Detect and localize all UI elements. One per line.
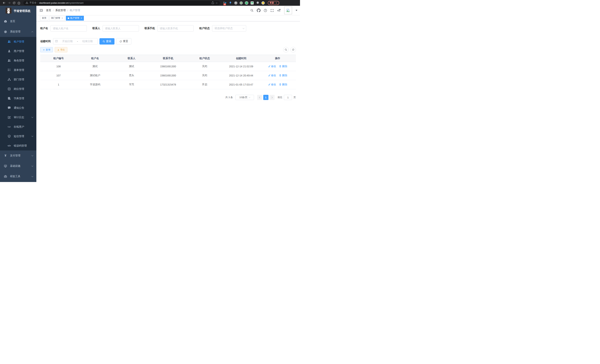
sidebar-item-pay[interactable]: ¥ 支付管理 (0, 150, 36, 161)
status-select[interactable]: 请选择租户状态 (212, 25, 246, 32)
breadcrumb-current: 租户管理 (70, 9, 80, 12)
goto-page-input[interactable] (284, 95, 292, 100)
extension-kite-icon[interactable] (229, 1, 232, 5)
dict-icon (8, 97, 11, 100)
post-icon (8, 87, 11, 91)
toggle-search-button[interactable] (283, 47, 289, 53)
edit-link[interactable]: 修改 (268, 65, 276, 68)
role-icon (8, 59, 11, 62)
edit-link[interactable]: 修改 (268, 83, 276, 86)
sidebar-fold-icon[interactable] (36, 9, 46, 12)
home-icon[interactable] (18, 1, 20, 4)
sidebar-item-dict[interactable]: 字典管理 (0, 94, 36, 103)
refresh-icon (292, 48, 294, 51)
delete-link[interactable]: 删除 (279, 83, 287, 86)
phone-input[interactable] (157, 25, 194, 32)
tenant-page: 租户名 联系人 联系手机 租户状态 请选择租户状态 创建时间 (36, 21, 300, 182)
yen-icon: ¥ (4, 154, 7, 157)
app-title: 芋道管理系统 (14, 9, 30, 13)
tag-home[interactable]: 首页 (40, 16, 48, 21)
filter-row-2: 创建时间 开始日期 - 结束日期 搜索 重置 (40, 38, 296, 45)
sidebar-item-dept[interactable]: 部门管理 (0, 75, 36, 84)
sidebar-item-menu[interactable]: 菜单管理 (0, 65, 36, 75)
sidebar-item-system[interactable]: 系统管理 (0, 27, 36, 37)
reset-button[interactable]: 重置 (116, 38, 131, 45)
extension-yudao-icon[interactable]: Y (245, 1, 248, 5)
sidebar-item-notice[interactable]: 通知公告 (0, 103, 36, 113)
extension-command-icon[interactable]: ⌘ (234, 1, 237, 5)
reload-icon[interactable] (13, 1, 16, 4)
prev-page-button[interactable] (257, 95, 262, 100)
chevron-down-icon (32, 135, 33, 137)
help-icon[interactable] (264, 9, 267, 12)
address-bar[interactable]: 不安全 dashboard.yudao.iocoder.cn/system/te… (23, 1, 220, 5)
sidebar-item-role[interactable]: 角色管理 (0, 56, 36, 65)
sidebar-item-post[interactable]: 岗位管理 (0, 84, 36, 94)
github-icon[interactable] (257, 9, 261, 12)
bookmark-star-icon[interactable]: ☆ (216, 2, 218, 4)
sidebar-item-label: 支付管理 (10, 154, 20, 157)
app-logo[interactable]: 芋道管理系统 (0, 6, 36, 16)
tenant-name-input[interactable] (50, 25, 87, 32)
notice-icon (8, 106, 11, 110)
gear-icon (4, 30, 7, 33)
browser-menu-icon[interactable]: ⋮ (275, 2, 277, 4)
add-button[interactable]: 新增 (40, 47, 53, 52)
date-range-picker[interactable]: 开始日期 - 结束日期 (53, 38, 98, 45)
delete-link[interactable]: 删除 (279, 74, 287, 77)
font-size-icon[interactable] (277, 9, 281, 12)
sidebar-menu: 首页 系统管理 租户管理 用户管理 角色管理 (0, 16, 36, 182)
breadcrumb-home[interactable]: 首页 (46, 9, 51, 12)
sidebar-item-error-code[interactable]: </> 错误码管理 (0, 141, 36, 150)
extension-puzzle-icon[interactable] (256, 1, 259, 5)
avatar[interactable] (284, 7, 292, 14)
search-button[interactable]: 搜索 (99, 38, 114, 45)
not-secure-warning-icon (26, 1, 28, 4)
table-row: 107 测试租户 秃头 15601691300 关闭 2021-12-14 20… (40, 71, 296, 80)
tag-dept[interactable]: 部门管理 × (49, 16, 65, 21)
omnibox-divider (38, 2, 38, 4)
next-page-button[interactable] (269, 95, 275, 100)
extension-emoji-icon[interactable] (262, 1, 265, 5)
forward-icon[interactable] (8, 1, 11, 4)
contact-input[interactable] (103, 25, 139, 32)
delete-link[interactable]: 删除 (279, 65, 287, 68)
code-icon: </> (8, 144, 11, 147)
date-separator: - (77, 40, 78, 43)
back-icon[interactable] (3, 1, 6, 4)
cell-actions: 修改 删除 (259, 71, 296, 80)
sidebar-item-home[interactable]: 首页 (0, 16, 36, 27)
chevron-up-icon (32, 31, 33, 33)
extension-dot-icon[interactable] (240, 1, 243, 5)
close-icon[interactable]: × (61, 17, 63, 19)
page-number-1[interactable]: 1 (263, 95, 268, 100)
share-icon[interactable] (212, 1, 214, 5)
export-button[interactable]: 导出 (55, 47, 67, 52)
header-search-icon[interactable] (250, 9, 254, 12)
table-row: 108 测试 测试 15601691300 关闭 2021-12-14 21:0… (40, 62, 296, 71)
extension-chat-icon[interactable] (250, 1, 254, 5)
update-button[interactable]: 更新 ⋮ (268, 1, 279, 5)
tag-tenant[interactable]: 租户管理 × (66, 16, 84, 21)
sidebar-item-online-users[interactable]: 在线用户 (0, 122, 36, 131)
end-date-placeholder: 结束日期 (79, 40, 95, 43)
close-icon[interactable]: × (80, 17, 82, 19)
sidebar-item-infra[interactable]: 基础设施 (0, 161, 36, 171)
sidebar-item-sms[interactable]: 短信管理 (0, 131, 36, 141)
sidebar-item-label: 岗位管理 (14, 87, 24, 91)
fullscreen-icon[interactable] (270, 9, 274, 12)
page-size-select[interactable]: 10条/页 (235, 95, 254, 100)
pagination: 共 3 条 10条/页 1 前往 页 (40, 95, 296, 100)
extension-grid-icon[interactable]: 10 (223, 1, 226, 5)
sidebar-item-audit-log[interactable]: 审计日志 (0, 113, 36, 122)
edit-link[interactable]: 修改 (268, 74, 276, 77)
avatar-caret-icon[interactable] (296, 10, 297, 11)
sidebar-item-devtools[interactable]: 研发工具 (0, 171, 36, 182)
breadcrumb-system[interactable]: 系统管理 (55, 9, 66, 12)
sidebar-item-label: 审计日志 (14, 116, 24, 119)
sidebar-item-tenant[interactable]: 租户管理 (0, 37, 36, 46)
sidebar-item-label: 在线用户 (14, 125, 24, 129)
sidebar-item-user[interactable]: 用户管理 (0, 46, 36, 56)
sidebar-item-label: 用户管理 (14, 49, 24, 53)
refresh-table-button[interactable] (290, 47, 296, 53)
